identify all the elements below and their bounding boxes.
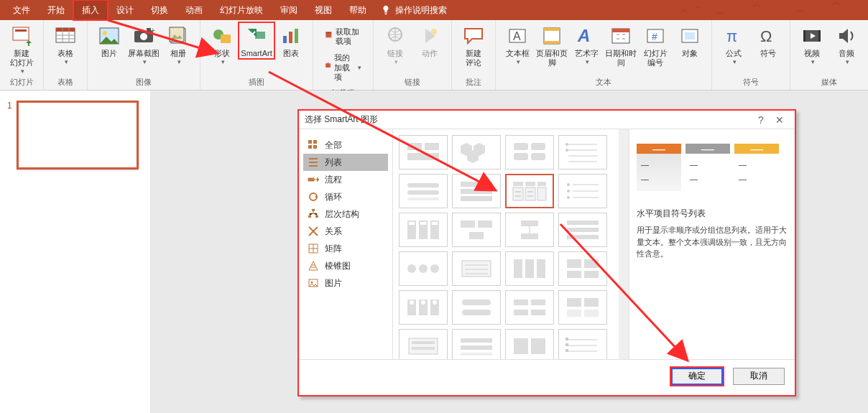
cancel-button[interactable]: 取消: [733, 368, 785, 385]
gallery-item[interactable]: [452, 174, 501, 208]
chevron-down-icon: ▾: [846, 58, 849, 66]
svg-point-7: [140, 33, 147, 40]
svg-rect-94: [462, 261, 491, 277]
tab-design[interactable]: 设计: [108, 0, 142, 20]
gallery-item[interactable]: [452, 251, 501, 286]
category-picture[interactable]: 图片: [303, 274, 388, 292]
new-comment-button[interactable]: 新建 评论: [456, 23, 491, 68]
tab-home[interactable]: 开始: [39, 0, 73, 20]
svg-rect-121: [461, 338, 492, 343]
category-all[interactable]: 全部: [303, 136, 388, 154]
symbol-button[interactable]: Ω 符号: [751, 23, 785, 58]
gallery-item[interactable]: [558, 251, 607, 286]
gallery-item[interactable]: [558, 329, 607, 359]
svg-point-75: [567, 190, 570, 192]
gallery-item[interactable]: [505, 290, 554, 325]
gallery-item[interactable]: [558, 135, 607, 170]
gallery-item[interactable]: [399, 135, 448, 170]
svg-rect-69: [525, 182, 535, 186]
category-process[interactable]: 流程: [303, 171, 388, 188]
audio-button[interactable]: 音频▾: [829, 23, 864, 66]
list-icon: [308, 157, 319, 168]
slidenum-button[interactable]: # 幻灯片 编号: [638, 23, 673, 68]
gallery-item[interactable]: [452, 135, 501, 170]
gallery-item-selected[interactable]: [505, 174, 554, 208]
gallery-item[interactable]: [505, 251, 554, 286]
tab-animation[interactable]: 动画: [177, 0, 211, 20]
datetime-button[interactable]: 日期和时间: [604, 23, 638, 68]
svg-rect-33: [685, 32, 695, 40]
gallery-item[interactable]: [505, 213, 554, 247]
gallery-item[interactable]: [452, 329, 501, 359]
gallery-item[interactable]: [399, 174, 448, 208]
category-cycle[interactable]: 循环: [303, 188, 388, 205]
smartart-gallery[interactable]: [392, 129, 629, 359]
svg-text:A: A: [577, 26, 590, 45]
action-button[interactable]: 动作: [412, 23, 447, 58]
svg-point-91: [407, 264, 416, 273]
audio-icon: [835, 24, 858, 47]
get-addins-button[interactable]: 获取加载项: [322, 26, 364, 47]
object-button[interactable]: 对象: [673, 23, 707, 58]
svg-rect-98: [567, 259, 581, 268]
svg-rect-29: [612, 29, 629, 32]
dialog-help-button[interactable]: ?: [752, 114, 770, 126]
textbox-button[interactable]: A 文本框▾: [500, 23, 535, 66]
screenshot-button[interactable]: + 屏幕截图▾: [126, 23, 161, 66]
category-list: 全部 列表 流程 循环 层次结构 关系 矩阵 棱锥图 图片: [299, 129, 392, 359]
gallery-item[interactable]: [399, 251, 448, 286]
shapes-button[interactable]: 形状▾: [205, 23, 239, 66]
smartart-button[interactable]: SmartArt: [239, 23, 274, 58]
category-matrix[interactable]: 矩阵: [303, 240, 388, 257]
gallery-item[interactable]: [452, 213, 501, 247]
gallery-item[interactable]: [505, 329, 554, 359]
gallery-item[interactable]: [452, 290, 501, 325]
wordart-button[interactable]: A 艺术字▾: [569, 23, 604, 66]
gallery-item[interactable]: [399, 290, 448, 325]
slide-thumbnail[interactable]: [17, 101, 139, 170]
svg-rect-86: [521, 221, 538, 226]
svg-rect-95: [514, 259, 522, 278]
header-footer-button[interactable]: 页眉和页脚: [535, 23, 569, 68]
tab-transition[interactable]: 切换: [142, 0, 177, 20]
link-button[interactable]: 链接▾: [378, 23, 412, 66]
category-pyramid[interactable]: 棱锥图: [303, 257, 388, 274]
picture-icon: [98, 24, 121, 47]
new-slide-button[interactable]: 新建 幻灯片▾: [4, 23, 39, 75]
tab-help[interactable]: 帮助: [341, 0, 375, 20]
svg-rect-50: [407, 143, 422, 150]
gallery-item[interactable]: [558, 213, 607, 247]
table-button[interactable]: 表格▾: [48, 23, 83, 66]
gallery-item[interactable]: [558, 174, 607, 208]
ok-button[interactable]: 确定: [671, 368, 723, 385]
category-list[interactable]: 列表: [303, 154, 388, 171]
my-addins-button[interactable]: 我的加载项 ▾: [322, 52, 364, 83]
gallery-item[interactable]: [505, 135, 554, 170]
category-relationship[interactable]: 关系: [303, 223, 388, 240]
album-button[interactable]: 相册▾: [161, 23, 195, 66]
slidenum-icon: #: [644, 24, 667, 47]
tab-slideshow[interactable]: 幻灯片放映: [211, 0, 272, 20]
tab-insert[interactable]: 插入: [73, 0, 108, 20]
svg-point-92: [419, 264, 428, 273]
gallery-item[interactable]: [558, 290, 607, 325]
svg-rect-80: [409, 222, 415, 225]
gallery-item[interactable]: [399, 213, 448, 247]
preview-pane: — — — 水平项目符号列表 用于显示非顺序或分组信息列表。适用于大量文本。整个…: [629, 129, 795, 359]
equation-button[interactable]: π 公式▾: [716, 23, 751, 66]
tab-view[interactable]: 视图: [306, 0, 341, 20]
dialog-close-button[interactable]: ✕: [770, 114, 789, 126]
pictures-button[interactable]: 图片: [92, 23, 126, 58]
category-hierarchy[interactable]: 层次结构: [303, 205, 388, 223]
video-button[interactable]: 视频▾: [795, 23, 829, 66]
chevron-down-icon: ▾: [811, 58, 815, 66]
chevron-down-icon: ▾: [143, 58, 147, 66]
wordart-icon: A: [575, 24, 598, 47]
chart-button[interactable]: 图表: [274, 23, 308, 58]
svg-rect-113: [531, 310, 545, 315]
gallery-item[interactable]: [399, 329, 448, 359]
tab-file[interactable]: 文件: [4, 0, 39, 20]
tell-me-search[interactable]: 操作说明搜索: [381, 4, 447, 17]
gallery-scrollbar[interactable]: [619, 129, 629, 359]
tab-review[interactable]: 审阅: [272, 0, 306, 20]
